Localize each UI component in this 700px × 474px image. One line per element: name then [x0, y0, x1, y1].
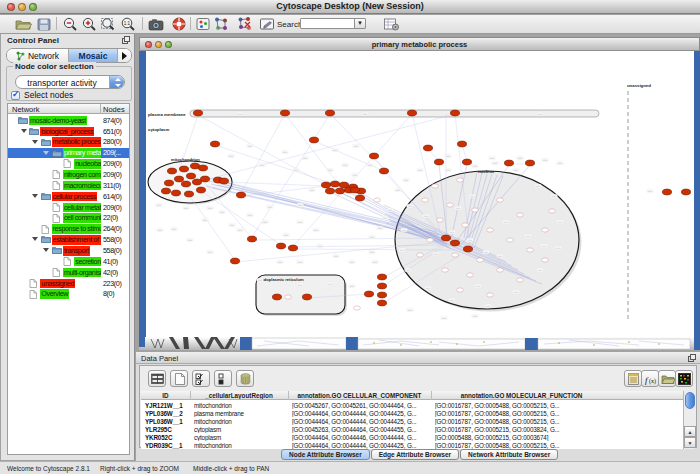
attribute-gear-icon[interactable]: [382, 16, 400, 32]
zoom-actual-icon[interactable]: 1:1: [119, 16, 137, 32]
tab-network[interactable]: Network: [7, 49, 69, 62]
table-cell: YDR039C__1: [145, 442, 188, 449]
data-panel-float-icon[interactable]: [688, 354, 696, 362]
network-window-titlebar[interactable]: primary metabolic process: [139, 37, 700, 51]
tree-row-label: secretion: [74, 257, 101, 267]
search-input[interactable]: ▼: [300, 18, 366, 29]
checkbox-select-icon[interactable]: [192, 370, 210, 387]
network-destroy-icon[interactable]: [236, 16, 254, 32]
tree-row[interactable]: macromolecule me311(0): [8, 180, 129, 191]
tab-mosaic[interactable]: Mosaic: [69, 49, 118, 62]
table-cell: cytoplasm: [194, 434, 286, 441]
tab-scroll-right-button[interactable]: [118, 49, 131, 62]
table-column-header[interactable]: ID: [141, 392, 190, 399]
annotation-icon[interactable]: [258, 16, 276, 32]
zoom-in-icon[interactable]: [80, 16, 98, 32]
tab-node-attribute-browser[interactable]: Node Attribute Browser: [281, 449, 370, 460]
delete-attribute-icon[interactable]: [236, 370, 254, 387]
plugin-grid-icon[interactable]: [194, 16, 212, 32]
svg-text:(x): (x): [649, 378, 656, 385]
table-cell: [GO:0016787, GO:0005488, GO:0005215, G..…: [435, 410, 610, 417]
vizmapper-ring-icon[interactable]: [170, 16, 188, 32]
table-row[interactable]: YPL036W__2plasma membrane[GO:0044464, GO…: [141, 409, 687, 417]
tree-row[interactable]: cellular metaboli209(0): [8, 202, 129, 213]
table-cell: YJR121W__1: [145, 402, 188, 409]
tree-row[interactable]: cellular process614(0): [8, 191, 129, 202]
table-cell: cytoplasm: [194, 426, 286, 433]
attribute-list-icon[interactable]: [624, 370, 642, 387]
table-cell: [GO:0044464, GO:0044446, GO:0044444, G..…: [292, 434, 429, 441]
tab-edge-attribute-browser[interactable]: Edge Attribute Browser: [371, 449, 459, 460]
table-cell: plasma membrane: [194, 410, 286, 417]
svg-text:1:1: 1:1: [124, 21, 131, 26]
tab-network-attribute-browser[interactable]: Network Attribute Browser: [460, 449, 558, 460]
table-row[interactable]: YPL036W__1mitochondrion[GO:0044464, GO:0…: [141, 417, 687, 425]
tree-row[interactable]: establishment of loc558(0): [8, 234, 129, 245]
svg-text:mitochondrion: mitochondrion: [171, 157, 200, 162]
tree-row-label: Overview: [40, 289, 69, 299]
tree-row[interactable]: secretion41(0): [8, 256, 129, 267]
formula-icon[interactable]: f(x): [641, 370, 659, 387]
network-layout-icon[interactable]: [212, 16, 230, 32]
camera-icon[interactable]: [147, 16, 165, 32]
scroll-down-button[interactable]: ▼: [684, 437, 696, 448]
tree-row[interactable]: biological_process651(0): [8, 126, 129, 137]
background-windows-strip: [139, 337, 700, 352]
unselect-icon[interactable]: [214, 370, 232, 387]
tree-row[interactable]: multi-organism pro42(0): [8, 267, 129, 278]
attribute-select-icon[interactable]: [148, 370, 166, 387]
attribute-browser: f(x) ID_cellularLayoutRegionannotation.G…: [139, 365, 697, 448]
save-icon[interactable]: [35, 16, 53, 32]
table-row[interactable]: YJR121W__1mitochondrion[GO:0045267, GO:0…: [141, 401, 687, 409]
tree-row[interactable]: nucleobase-contai209(0): [8, 158, 129, 169]
tree-row[interactable]: mosaic-demo-yeast874(0): [8, 115, 129, 126]
zoom-out-icon[interactable]: [61, 16, 79, 32]
import-folder-icon[interactable]: [658, 370, 676, 387]
zoom-fit-icon[interactable]: [99, 16, 117, 32]
table-scrollbar[interactable]: ▲ ▼: [683, 391, 695, 449]
new-attribute-icon[interactable]: [170, 370, 188, 387]
table-cell: [GO:0044464, GO:0044444, GO:0044425, G..…: [292, 418, 429, 425]
tree-row[interactable]: metabolic process280(0): [8, 137, 129, 148]
combobox-stepper-icon[interactable]: [109, 76, 124, 88]
tree-row-count: 558(0): [103, 246, 121, 256]
tree-row[interactable]: cell communicatio22(0): [8, 213, 129, 224]
tree-row-count: 22(0): [103, 213, 118, 223]
checkbox-icon[interactable]: ✓: [11, 91, 20, 100]
float-panel-icon[interactable]: [122, 36, 130, 44]
table-column-header[interactable]: annotation.GO MOLECULAR_FUNCTION: [431, 392, 612, 399]
tab-mosaic-label: Mosaic: [79, 51, 108, 61]
tree-row-label: metabolic process: [52, 137, 101, 147]
checkbox-label: Select nodes: [24, 90, 73, 100]
table-row[interactable]: YDR039C__1mitochondrion[GO:0044464, GO:0…: [141, 441, 687, 449]
matrix-icon[interactable]: [675, 370, 693, 387]
control-panel-title: Control Panel: [7, 36, 59, 45]
attribute-table[interactable]: ID_cellularLayoutRegionannotation.GO CEL…: [141, 391, 687, 449]
tree-row-count: 209(0): [103, 203, 121, 213]
network-canvas[interactable]: unassignedplasma membranecytoplasmnucleu…: [146, 51, 694, 337]
table-row[interactable]: YKR052Ccytoplasm[GO:0044464, GO:0044446,…: [141, 433, 687, 441]
tree-row[interactable]: primary metabolic pr209(...: [8, 148, 129, 159]
select-nodes-checkbox[interactable]: ✓ Select nodes: [11, 90, 73, 100]
table-row[interactable]: YLR295Ccytoplasm[GO:0045263, GO:0044464,…: [141, 425, 687, 433]
tree-row-count: 41(0): [103, 257, 118, 267]
svg-text:nucleus: nucleus: [478, 169, 495, 174]
node-color-combobox[interactable]: transporter activity: [15, 75, 125, 89]
tree-row[interactable]: Overview8(0): [8, 289, 129, 300]
search-dropdown-icon[interactable]: ▼: [354, 19, 365, 28]
scrollbar-thumb[interactable]: [685, 392, 695, 409]
tree-row[interactable]: transport558(0): [8, 245, 129, 256]
tree-row[interactable]: unassigned223(0): [8, 278, 129, 289]
tree-row[interactable]: nitrogen compoun209(0): [8, 169, 129, 180]
control-panel: Control Panel Network Mosaic Node color …: [1, 34, 135, 460]
tree-row-label: multi-organism pro: [63, 268, 101, 278]
status-zoom-hint: Right-click + drag to ZOOM: [100, 465, 179, 472]
tree-row-label: cellular metaboli: [63, 203, 101, 213]
table-cell: [GO:0016787, GO:0005488, GO:0005215, G..…: [435, 418, 610, 425]
tree-row[interactable]: response to stimulu264(0): [8, 224, 129, 235]
table-column-header[interactable]: _cellularLayoutRegion: [190, 392, 288, 399]
table-column-header[interactable]: annotation.GO CELLULAR_COMPONENT: [288, 392, 431, 399]
open-folder-icon[interactable]: [14, 16, 32, 32]
table-cell: YPL036W__1: [145, 418, 188, 425]
scroll-up-button[interactable]: ▲: [684, 426, 696, 437]
